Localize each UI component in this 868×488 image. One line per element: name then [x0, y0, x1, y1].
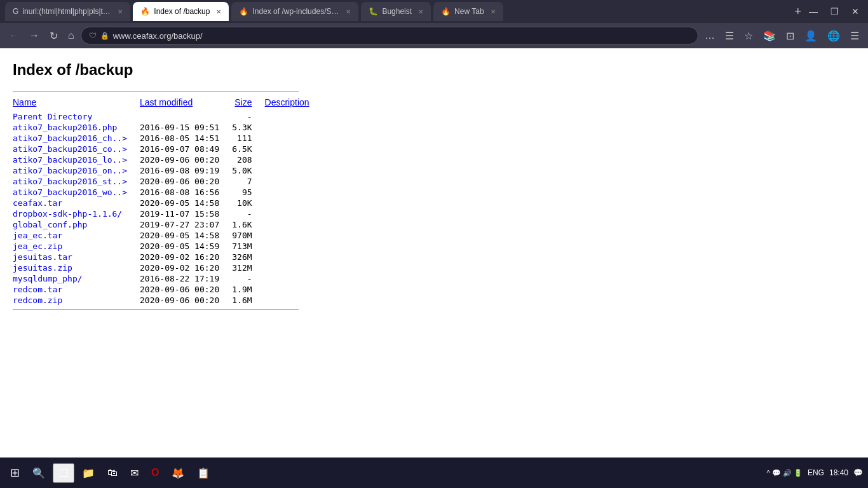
table-row: ceafax.tar2020-09-05 14:5810K: [13, 198, 322, 208]
task-view-button[interactable]: ❑: [53, 463, 74, 483]
name-column-header[interactable]: Name: [13, 96, 140, 109]
file-link-2[interactable]: atiko7_backup2016_ch..>: [13, 133, 127, 143]
size-cell: 95: [232, 187, 264, 198]
size-cell: -: [232, 111, 264, 122]
home-button[interactable]: ⌂: [64, 27, 78, 44]
tab-close-tab5[interactable]: ✕: [491, 8, 496, 15]
back-button[interactable]: ←: [5, 27, 23, 44]
start-button[interactable]: ⊞: [5, 463, 25, 482]
description-cell: [265, 133, 322, 144]
table-row: jesuitas.tar2020-09-02 16:20326M: [13, 252, 322, 262]
table-row: dropbox-sdk-php-1.1.6/2019-11-07 15:58-: [13, 208, 322, 219]
size-cell: 5.0K: [232, 165, 264, 176]
page-title: Index of /backup: [13, 61, 855, 79]
maximize-button[interactable]: ❐: [827, 5, 843, 18]
extension-icon[interactable]: 🌐: [824, 27, 844, 44]
tab-label: inurl:(html|html|php|pls|txt) int:: [22, 7, 111, 16]
notes-icon[interactable]: 📋: [192, 464, 215, 482]
last-modified-cell: 2016-08-05 14:51: [140, 133, 232, 144]
description-cell: [265, 122, 322, 133]
file-link-11[interactable]: jea_ec.tar: [13, 231, 62, 240]
browser-tab-tab2[interactable]: 🔥Index of /backup✕: [133, 2, 229, 21]
tab-label: Index of /backup: [154, 7, 210, 16]
address-bar[interactable]: 🛡 🔒 www.ceafax.org/backup/: [81, 27, 698, 44]
file-link-16[interactable]: redcom.tar: [13, 285, 62, 294]
opera-icon[interactable]: O: [146, 464, 164, 481]
size-cell: -: [232, 273, 264, 284]
table-row: jea_ec.tar2020-09-05 14:58970M: [13, 230, 322, 241]
file-link-3[interactable]: atiko7_backup2016_co..>: [13, 144, 127, 154]
bookmark-button[interactable]: ☆: [740, 27, 757, 44]
more-button[interactable]: …: [701, 27, 719, 44]
last-modified-cell: 2020-09-06 00:20: [140, 284, 232, 295]
file-link-4[interactable]: atiko7_backup2016_lo..>: [13, 155, 127, 165]
synced-tabs-icon[interactable]: ⊡: [782, 27, 798, 44]
file-link-14[interactable]: jesuitas.zip: [13, 263, 72, 273]
size-column-header[interactable]: Size: [232, 96, 264, 109]
tab-close-tab1[interactable]: ✕: [118, 8, 123, 15]
browser-tab-tab4[interactable]: 🐛Bugheist✕: [361, 2, 431, 21]
account-icon[interactable]: 👤: [801, 27, 821, 44]
info-icon: 🔒: [100, 32, 109, 40]
file-link-6[interactable]: atiko7_backup2016_st..>: [13, 177, 127, 186]
browser-tab-tab3[interactable]: 🔥Index of /wp-includes/SimplePie/C✕: [231, 2, 358, 21]
file-link-8[interactable]: ceafax.tar: [13, 198, 62, 208]
notification-icon[interactable]: 💬: [853, 468, 863, 477]
firefox-icon[interactable]: 🦊: [166, 464, 189, 482]
table-row: Parent Directory-: [13, 111, 322, 122]
last-modified-cell: 2020-09-05 14:58: [140, 198, 232, 208]
search-button[interactable]: 🔍: [27, 464, 50, 482]
tab-favicon: 🔥: [140, 7, 150, 16]
close-button[interactable]: ✕: [848, 5, 863, 18]
table-row: jea_ec.zip2020-09-05 14:59713M: [13, 241, 322, 252]
nav-actions: … ☰ ☆ 📚 ⊡ 👤 🌐 ☰: [701, 27, 863, 44]
file-link-9[interactable]: dropbox-sdk-php-1.1.6/: [13, 209, 122, 219]
minimize-button[interactable]: —: [805, 5, 822, 18]
browser-tab-tab1[interactable]: Ginurl:(html|html|php|pls|txt) int:✕: [5, 2, 130, 21]
forward-button[interactable]: →: [25, 27, 43, 44]
bookmarks-library-icon[interactable]: 📚: [759, 27, 780, 44]
tab-close-tab3[interactable]: ✕: [346, 8, 351, 15]
last-modified-cell: 2016-08-22 17:19: [140, 273, 232, 284]
description-column-header[interactable]: Description: [265, 96, 322, 109]
last-modified-cell: 2020-09-05 14:58: [140, 230, 232, 241]
size-cell: -: [232, 208, 264, 219]
file-link-15[interactable]: mysqldump_php/: [13, 274, 83, 283]
table-row: atiko7_backup2016_co..>2016-09-07 08:496…: [13, 144, 322, 154]
file-link-10[interactable]: global_conf.php: [13, 220, 87, 229]
size-cell: 1.9M: [232, 284, 264, 295]
last-modified-cell: 2020-09-02 16:20: [140, 262, 232, 273]
tab-close-tab4[interactable]: ✕: [418, 8, 423, 15]
file-link-12[interactable]: jea_ec.zip: [13, 241, 62, 251]
file-link-1[interactable]: atiko7_backup2016.php: [13, 123, 117, 132]
shield-icon: 🛡: [89, 31, 97, 40]
tab-favicon: 🐛: [369, 7, 378, 16]
tab-favicon: 🔥: [441, 7, 451, 16]
table-row: atiko7_backup2016_wo..>2016-08-08 16:569…: [13, 187, 322, 198]
browser-tab-tab5[interactable]: 🔥New Tab✕: [433, 2, 503, 21]
table-header-row: Name Last modified Size Description: [13, 96, 322, 109]
table-row: mysqldump_php/2016-08-22 17:19-: [13, 273, 322, 284]
table-row: atiko7_backup2016_on..>2016-09-08 09:195…: [13, 165, 322, 176]
last-modified-cell: 2020-09-06 00:20: [140, 295, 232, 306]
mail-icon[interactable]: ✉: [125, 464, 144, 482]
last-modified-cell: 2016-09-07 08:49: [140, 144, 232, 154]
description-cell: [265, 198, 322, 208]
tab-label: Index of /wp-includes/SimplePie/C: [252, 7, 339, 16]
table-row: jesuitas.zip2020-09-02 16:20312M: [13, 262, 322, 273]
bottom-divider: [13, 309, 299, 310]
last-modified-column-header[interactable]: Last modified: [140, 96, 232, 109]
file-link-0[interactable]: Parent Directory: [13, 112, 92, 121]
file-link-17[interactable]: redcom.zip: [13, 295, 62, 305]
reload-button[interactable]: ↻: [46, 27, 62, 44]
file-link-5[interactable]: atiko7_backup2016_on..>: [13, 166, 127, 175]
pocket-button[interactable]: ☰: [721, 27, 738, 44]
new-tab-button[interactable]: +: [790, 6, 805, 17]
file-link-13[interactable]: jesuitas.tar: [13, 252, 72, 262]
menu-button[interactable]: ☰: [846, 27, 863, 44]
file-link-7[interactable]: atiko7_backup2016_wo..>: [13, 187, 127, 197]
file-explorer-icon[interactable]: 📁: [77, 464, 100, 482]
store-icon[interactable]: 🛍: [102, 464, 123, 481]
size-cell: 326M: [232, 252, 264, 262]
tab-close-tab2[interactable]: ✕: [216, 8, 221, 15]
